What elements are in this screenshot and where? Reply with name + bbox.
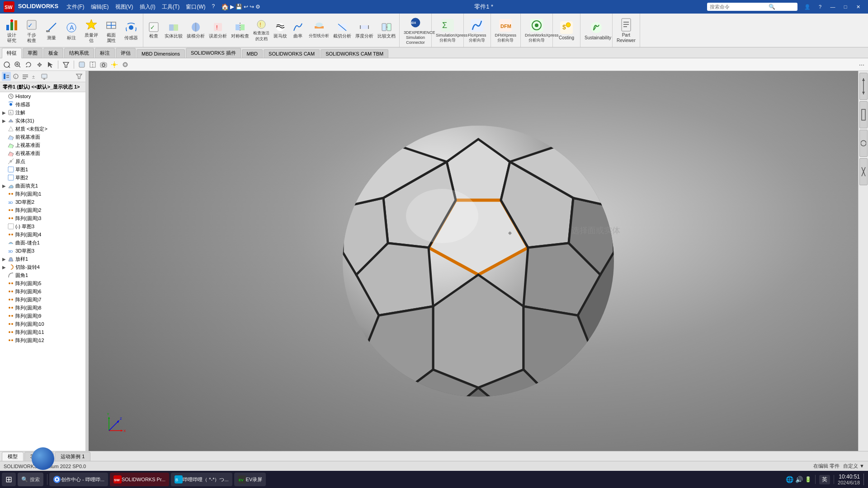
taskbar-search[interactable]: 🔍 搜索 [18, 473, 43, 486]
sound-icon[interactable]: 🔊 [795, 476, 803, 483]
tree-item-pattern11[interactable]: 阵列(圆周)11 [0, 328, 85, 336]
solid-compare-button[interactable]: 实体比较 [163, 21, 184, 40]
menu-window[interactable]: 窗口(W) [183, 2, 208, 12]
open-icon[interactable]: ▶ [230, 4, 234, 10]
filter-tree-icon[interactable] [75, 72, 84, 81]
driveworks-button[interactable]: DriveWorksXpress分析向导 [523, 17, 551, 44]
tree-item-sketch1[interactable]: 草图1 [0, 165, 85, 174]
tree-item-pattern7[interactable]: 阵列(圆周)7 [0, 296, 85, 304]
save-icon[interactable]: 💾 [236, 4, 242, 10]
help-icon[interactable]: ? [814, 2, 826, 11]
tree-item-fillet[interactable]: 圆角1 [0, 271, 85, 279]
tree-item-right-plane[interactable]: 右视基准面 [0, 149, 85, 157]
tab-annotation[interactable]: 标注 [95, 48, 115, 58]
status-mode[interactable]: 自定义 ▼ [843, 463, 864, 469]
right-panel-btn2[interactable] [859, 101, 868, 128]
menu-insert[interactable]: 插入(I) [137, 2, 158, 12]
show-desktop-button[interactable] [863, 474, 866, 485]
draft-analysis-button[interactable]: 拔模分析 [185, 21, 207, 40]
appearance-button[interactable] [120, 60, 130, 70]
camera-button[interactable] [99, 60, 108, 70]
sensor-button[interactable]: 传感器 [121, 19, 141, 42]
network-icon[interactable]: 🌐 [786, 476, 793, 483]
parting-button[interactable]: 分型线分析 [307, 21, 331, 40]
tab-sw-plugins[interactable]: SOLIDWORKS 插件 [186, 48, 241, 58]
tab-mbd[interactable]: MBD [242, 49, 263, 58]
zoom-in-button[interactable] [13, 60, 23, 70]
taskbar-browser[interactable]: 创作中心 - 哔哩哔... [49, 473, 108, 486]
tab-sw-cam[interactable]: SOLIDWORKS CAM [264, 49, 320, 58]
check2-button[interactable]: ✓ 检查 [145, 21, 162, 40]
select-button[interactable] [45, 60, 55, 70]
design-study-button[interactable]: 设计研究 [2, 16, 22, 45]
tree-item-pattern6[interactable]: 阵列(圆周)6 [0, 287, 85, 296]
redo-icon[interactable]: ↪ [250, 4, 254, 10]
tree-item-3dsketch2[interactable]: 3D 3D草图2 [0, 198, 85, 206]
sym-check-button[interactable]: 对称检查 [229, 21, 251, 40]
taskbar-start[interactable]: ⊞ [2, 473, 16, 486]
taskbar-bilibili[interactable]: B 哔哩哔哩（ *-*）つ... [171, 473, 232, 486]
view-options-button[interactable]: ⋯ [856, 60, 866, 70]
measure-button[interactable]: 测量 [42, 19, 61, 42]
curvature-button[interactable]: 曲率 [289, 21, 307, 40]
tree-item-sensor[interactable]: 传感器 [0, 100, 85, 108]
tree-item-pattern10[interactable]: 阵列(圆周)10 [0, 320, 85, 328]
tree-item-history[interactable]: History [0, 92, 85, 100]
activate-button[interactable]: ! 检查激活的文档 [251, 18, 271, 43]
right-panel-btn4[interactable] [859, 158, 868, 185]
menu-tools[interactable]: 工具(T) [159, 2, 182, 12]
tab-sheet-metal[interactable]: 板金 [43, 48, 63, 58]
lights-button[interactable] [109, 60, 119, 70]
menu-edit[interactable]: 编辑(E) [88, 2, 112, 12]
taskbar-ev[interactable]: EV EV录屏 [234, 473, 266, 486]
menu-view[interactable]: 视图(V) [113, 2, 136, 12]
search-box[interactable]: 🔍 [707, 3, 797, 11]
tree-item-surface-knit[interactable]: 曲面-缝合1 [0, 239, 85, 247]
right-panel-btn3[interactable] [859, 130, 868, 157]
tree-item-front-plane[interactable]: 前视基准面 [0, 133, 85, 141]
thickness-button[interactable]: 厚度分析 [354, 21, 375, 40]
maximize-button[interactable]: □ [839, 2, 852, 11]
display-style-button[interactable] [77, 60, 87, 70]
feature-manager-icon[interactable] [2, 72, 11, 81]
menu-help[interactable]: ? [209, 2, 218, 12]
tray-language[interactable]: 英 [819, 475, 830, 484]
tree-header[interactable]: 零件1 (默认) <<默认>_显示状态 1> [0, 82, 85, 92]
property-manager-icon[interactable]: i [11, 72, 20, 81]
tree-item-sketch3[interactable]: (-) 草图3 [0, 222, 85, 230]
compare-doc-button[interactable]: 比较文档 [376, 21, 397, 40]
tree-item-pattern5[interactable]: 阵列(圆周)5 [0, 279, 85, 287]
tab-mbd-dimensions[interactable]: MBD Dimensions [137, 49, 185, 58]
tree-item-pattern2[interactable]: 阵列(圆周)2 [0, 206, 85, 214]
zoom-fit-button[interactable] [2, 60, 12, 70]
minimize-button[interactable]: — [826, 2, 839, 11]
tree-item-material[interactable]: 材质 <未指定> [0, 125, 85, 133]
tree-item-sketch2[interactable]: 草图2 [0, 174, 85, 182]
battery-icon[interactable]: 🔋 [805, 476, 811, 483]
costing-button[interactable]: $ Costing [557, 19, 576, 42]
tree-item-top-plane[interactable]: 上视基准面 [0, 141, 85, 149]
tree-item-surface-fill[interactable]: ▶ 曲面填充1 [0, 182, 85, 190]
tree-item-pattern9[interactable]: 阵列(圆周)9 [0, 312, 85, 320]
new-icon[interactable]: 🏠 [221, 3, 229, 10]
tab-sketch[interactable]: 草图 [23, 48, 42, 58]
part-reviewer-button[interactable]: PartReviewer [614, 16, 638, 45]
filter-button[interactable] [61, 60, 71, 70]
tree-item-3dsketch3[interactable]: 3D 3D草图3 [0, 247, 85, 255]
tree-item-pattern4[interactable]: 阵列(圆周)4 [0, 230, 85, 239]
dfmxpress-button[interactable]: DFM DFMXpress分析向导 [493, 17, 519, 44]
user-icon[interactable]: 👤 [801, 2, 814, 11]
tree-item-pattern3[interactable]: 阵列(圆周)3 [0, 214, 85, 222]
tab-structure[interactable]: 结构系统 [64, 48, 94, 58]
tab-evaluate[interactable]: 评估 [116, 48, 136, 58]
tree-item-origin[interactable]: 原点 [0, 157, 85, 165]
display-manager-icon[interactable] [40, 72, 49, 81]
simxpress-button[interactable]: Σ SimulationXpress分析向导 [434, 17, 462, 44]
right-panel-btn1[interactable] [859, 73, 868, 100]
quality-button[interactable]: 质量评估 [81, 16, 101, 45]
mark-button[interactable]: A 标注 [61, 19, 81, 42]
tree-item-pattern12[interactable]: 阵列(圆周)12 [0, 336, 85, 344]
taskbar-solidworks[interactable]: SW SOLIDWORKS Pr... [110, 473, 169, 486]
tree-item-loft1[interactable]: ▶ 放样1 [0, 255, 85, 263]
pan-button[interactable]: ✥ [34, 60, 44, 70]
